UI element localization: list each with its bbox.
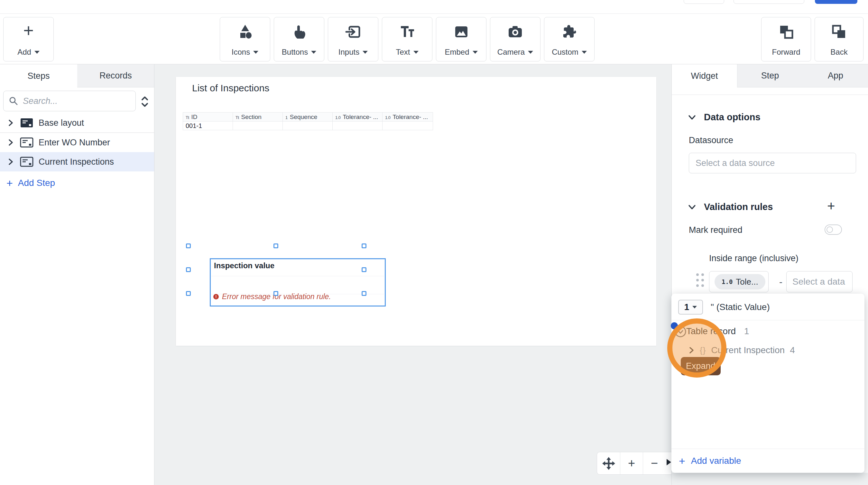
mark-required-toggle[interactable] — [825, 225, 842, 235]
tab-records-label: Records — [99, 71, 132, 81]
zoom-out-button[interactable]: − — [643, 452, 665, 474]
tree-item-count: 4 — [790, 345, 795, 355]
tab-widget[interactable]: Widget — [672, 64, 737, 88]
input-arrow-icon — [328, 23, 378, 40]
col-header-tolerance-2[interactable]: 1.0Tolerance- ... — [382, 112, 433, 122]
col-header-id[interactable]: TtID — [183, 112, 233, 122]
sort-chevrons-icon — [139, 95, 151, 108]
datasource-select[interactable] — [689, 153, 856, 173]
range-min-box[interactable]: 1.0 Tole... — [709, 271, 769, 292]
widget-field-label: Inspection value — [214, 261, 274, 270]
app-page[interactable]: List of Inspections TtID TtSection 1Sequ… — [176, 77, 656, 346]
datasource-input[interactable] — [695, 158, 856, 168]
col-header-sequence[interactable]: 1Sequence — [283, 112, 333, 122]
chevron-right-icon[interactable] — [7, 158, 14, 166]
tabs-divider — [672, 95, 868, 95]
cell-id[interactable]: 001-1 — [183, 122, 233, 130]
step-item-current-inspections[interactable]: Current Inspections — [0, 152, 154, 171]
data-options-section-header[interactable]: Data options — [688, 112, 761, 123]
bring-forward-button[interactable]: Forward — [761, 17, 811, 61]
step-item-base-layout[interactable]: Base layout — [0, 113, 154, 133]
toolbar-button-buttons[interactable]: Buttons — [274, 17, 324, 61]
tree-item-current-inspection[interactable]: {} Current Inspection 4 — [688, 345, 795, 355]
chevron-right-icon[interactable] — [7, 138, 14, 147]
range-max-box[interactable] — [786, 271, 852, 292]
resize-handle-e[interactable] — [362, 267, 366, 272]
top-partial-primary-button[interactable] — [815, 0, 857, 4]
chevron-right-icon[interactable] — [7, 119, 14, 127]
top-partial-button-1[interactable] — [684, 0, 724, 4]
zoom-in-button[interactable]: + — [620, 452, 643, 474]
search-input[interactable] — [23, 96, 129, 106]
back-button-label: Back — [830, 47, 847, 57]
tab-step[interactable]: Step — [737, 64, 803, 88]
hidden-button-sliver — [666, 459, 671, 465]
resize-handle-w[interactable] — [186, 267, 191, 272]
base-layout-icon — [20, 118, 33, 128]
toolbar-button-custom[interactable]: Custom — [544, 17, 594, 61]
expand-collapse-toggle[interactable] — [674, 325, 687, 339]
toolbar-button-embed[interactable]: Embed — [436, 17, 487, 61]
steps-sidebar: Steps Records Base layout Enter WO Numbe… — [0, 64, 154, 485]
add-button[interactable]: + Add — [3, 17, 54, 61]
tab-steps[interactable]: Steps — [0, 64, 77, 88]
cell-sequence[interactable] — [283, 122, 333, 130]
toolbar-embed-label: Embed — [445, 47, 469, 57]
cell-section[interactable] — [233, 122, 283, 130]
popup-footer-divider — [672, 449, 864, 449]
chevron-right-icon[interactable] — [688, 346, 694, 354]
drag-handle-icon[interactable] — [696, 273, 704, 287]
camera-icon — [490, 23, 540, 40]
col-header-label: Tolerance- ... — [393, 114, 428, 120]
toolbar-button-text[interactable]: Text — [382, 17, 432, 61]
move-icon — [601, 456, 616, 471]
add-step-label: Add Step — [18, 178, 55, 188]
range-max-input[interactable] — [793, 277, 852, 287]
toggle-knob — [827, 226, 833, 233]
pan-canvas-button[interactable] — [597, 452, 620, 474]
col-header-section[interactable]: TtSection — [233, 112, 283, 122]
toolbar-button-inputs[interactable]: Inputs — [328, 17, 378, 61]
add-variable-button[interactable]: + Add variable — [679, 455, 741, 466]
bring-forward-icon — [762, 23, 811, 40]
add-validation-rule-button[interactable]: + — [827, 199, 835, 213]
tab-app[interactable]: App — [803, 64, 868, 88]
rule-name-label: Inside range (inclusive) — [709, 253, 799, 263]
sort-steps-control[interactable] — [139, 95, 151, 109]
resize-handle-s[interactable] — [274, 291, 278, 296]
range-min-chip[interactable]: 1.0 Tole... — [715, 274, 765, 289]
tree-item-count: 1 — [744, 326, 749, 336]
step-title-widget[interactable]: List of Inspections — [192, 83, 269, 94]
selected-input-widget[interactable]: Inspection value ! Error message for val… — [210, 258, 386, 306]
resize-handle-ne[interactable] — [362, 244, 366, 248]
cell-tolerance-1[interactable] — [333, 122, 382, 130]
col-header-tolerance-1[interactable]: 1.0Tolerance- ... — [333, 112, 382, 122]
step-canvas[interactable]: List of Inspections TtID TtSection 1Sequ… — [154, 64, 672, 485]
data-options-title: Data options — [704, 112, 761, 123]
tab-widget-label: Widget — [691, 71, 718, 81]
toolbar-button-camera[interactable]: Camera — [490, 17, 540, 61]
col-header-label: Sequence — [290, 114, 317, 120]
value-count-dropdown[interactable]: 1 — [678, 300, 703, 315]
step-item-enter-wo-number[interactable]: Enter WO Number — [0, 133, 154, 152]
cell-tolerance-2[interactable] — [382, 122, 433, 130]
table-row[interactable]: 001-1 — [183, 122, 433, 130]
send-back-button[interactable]: Back — [815, 17, 864, 61]
top-partial-button-2[interactable] — [734, 0, 804, 4]
toolbar-icons-label: Icons — [231, 47, 250, 57]
circled-chevron-down-icon — [674, 325, 687, 338]
resize-handle-sw[interactable] — [186, 291, 191, 296]
tab-records[interactable]: Records — [77, 64, 154, 88]
toolbar-button-icons[interactable]: Icons — [220, 17, 270, 61]
tree-item-table-record[interactable]: Table record 1 — [686, 326, 749, 336]
validation-rules-section-header[interactable]: Validation rules — [688, 202, 773, 212]
resize-handle-se[interactable] — [362, 291, 366, 296]
text-type-icon: Tt — [236, 115, 239, 120]
toolbar-text-label: Text — [396, 47, 410, 57]
resize-handle-nw[interactable] — [186, 244, 191, 248]
input-top-divider — [211, 276, 384, 276]
inspections-table-widget[interactable]: TtID TtSection 1Sequence 1.0Tolerance- .… — [183, 112, 433, 130]
resize-handle-n[interactable] — [274, 244, 278, 248]
step-icon — [20, 137, 33, 148]
add-step-button[interactable]: + Add Step — [6, 177, 55, 189]
